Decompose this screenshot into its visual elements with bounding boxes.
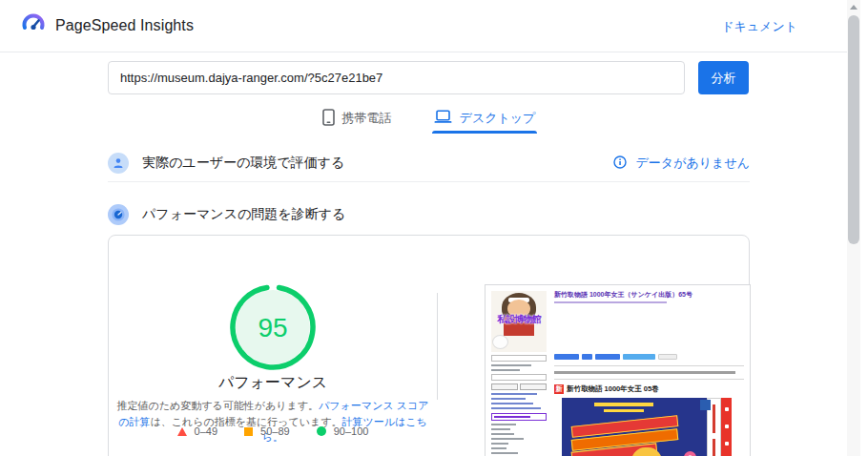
thumb-edge-dot (725, 442, 729, 446)
thumb-divider (554, 365, 744, 366)
thumb-post-subtitle (554, 301, 667, 303)
info-icon (613, 155, 627, 172)
tab-desktop[interactable]: デスクトップ (432, 104, 538, 133)
circle-icon (317, 426, 326, 436)
thumb-post-title: 新竹取物語 1000年女王（サンケイ出版）65号 (554, 291, 744, 300)
documentation-link[interactable]: ドキュメント (721, 18, 797, 35)
thumb-share-button (595, 354, 620, 360)
thumb-share-button (582, 354, 592, 360)
app-title: PageSpeed Insights (55, 17, 194, 34)
page-screenshot-thumbnail[interactable]: 私設博物館 (485, 284, 751, 456)
thumb-nav-link (491, 398, 526, 400)
performance-description: 推定値のため変動する可能性があります。パフォーマンス スコアの計算は、これらの指… (113, 398, 433, 446)
thumb-volume-badge: 6 (684, 451, 696, 456)
legend-fail-range: 0–49 (195, 425, 217, 437)
url-row: 分析 (108, 61, 750, 94)
diagnose-gauge-icon (108, 204, 129, 225)
thumb-nav-link (491, 438, 524, 440)
thumb-share-button (554, 354, 579, 360)
field-data-section: 実際のユーザーの環境で評価する データがありません (108, 145, 750, 182)
analyze-button[interactable]: 分析 (698, 61, 749, 94)
user-environment-icon (108, 153, 129, 174)
score-gauge[interactable]: 95 (229, 283, 317, 371)
legend-item-average: 50–89 (244, 425, 290, 437)
thumb-nav-link (491, 433, 514, 435)
thumb-tags-line (554, 371, 735, 374)
thumb-search-box (491, 374, 547, 381)
device-tabs: 携帯電話 デスクトップ (108, 104, 750, 135)
performance-label: パフォーマンス (109, 373, 437, 393)
diagnose-title: パフォーマンスの問題を診断する (142, 206, 345, 223)
thumb-heading-text: 新竹取物語 1000年女王 05巻 (567, 384, 659, 394)
legend-pass-range: 90–100 (334, 425, 369, 437)
thumb-cover-text (594, 403, 653, 406)
thumb-social-buttons (554, 354, 677, 360)
thumb-sidebar: 私設博物館 (491, 291, 547, 456)
thumb-divider (554, 379, 744, 380)
thumb-nav-link (491, 393, 537, 395)
laptop-icon (434, 110, 452, 127)
thumb-nav-link (491, 424, 516, 425)
thumb-button (491, 383, 518, 390)
diagnose-section: パフォーマンスの問題を診断する (108, 198, 750, 231)
thumb-edge-dot (725, 425, 729, 428)
tab-mobile-label: 携帯電話 (342, 110, 392, 127)
thumb-dropdown (491, 355, 547, 362)
no-data-label: データがありません (636, 155, 750, 172)
vertical-divider (437, 293, 438, 400)
thumb-section-heading: 新 新竹取物語 1000年女王 05巻 (554, 384, 659, 394)
scrollbar[interactable] (847, 0, 860, 456)
tab-active-indicator (432, 131, 538, 134)
logo-wrap[interactable]: PageSpeed Insights (21, 11, 194, 40)
thumb-text-line (491, 364, 531, 366)
desc-text-1: 推定値のため変動する可能性があります。 (117, 400, 320, 411)
thumb-comic-cover: 6 (562, 398, 732, 456)
thumb-spine-text (713, 439, 715, 456)
pagespeed-logo-icon (21, 11, 46, 40)
thumb-cover-text (604, 409, 644, 412)
legend-average-range: 50–89 (260, 425, 290, 437)
thumb-new-badge: 新 (554, 384, 564, 394)
thumb-share-button (623, 354, 655, 360)
thumb-share-button (658, 354, 677, 360)
thumb-corner-badge (700, 400, 711, 410)
thumb-button (520, 383, 547, 390)
page: { "header": { "app_title": "PageSpeed In… (0, 0, 868, 456)
thumb-nav-link (491, 403, 533, 404)
thumb-edge-dot (725, 407, 729, 411)
score-value: 95 (258, 313, 287, 342)
performance-card: 95 パフォーマンス 推定値のため変動する可能性があります。パフォーマンス スコ… (108, 235, 750, 456)
thumb-text-line (491, 369, 520, 371)
thumb-button-row (491, 383, 547, 390)
legend-item-pass: 90–100 (317, 425, 369, 437)
thumb-mascot-cat (492, 335, 508, 349)
scrollbar-thumb[interactable] (848, 15, 859, 244)
header: PageSpeed Insights ドキュメント (0, 0, 847, 52)
thumb-site-logo-text: 私設博物館 (491, 313, 547, 326)
thumb-nav-link (491, 443, 508, 445)
thumb-nav-link (491, 447, 506, 449)
triangle-icon (177, 427, 187, 436)
thumb-spine-text (713, 404, 715, 433)
thumb-nav-link (491, 407, 541, 409)
tab-desktop-label: デスクトップ (460, 110, 536, 127)
legend-item-fail: 0–49 (177, 425, 217, 437)
thumb-cover-edge (721, 398, 732, 456)
thumb-nav-link (491, 452, 518, 454)
tab-mobile[interactable]: 携帯電話 (320, 104, 394, 133)
square-icon (244, 427, 253, 436)
thumb-site-mascot-image: 私設博物館 (491, 291, 547, 352)
thumb-cover-art: 6 (562, 398, 707, 456)
smartphone-icon (322, 109, 335, 129)
scrollbar-up-arrow-icon[interactable] (850, 5, 858, 10)
no-data-link[interactable]: データがありません (613, 155, 750, 172)
field-data-title: 実際のユーザーの環境で評価する (142, 155, 344, 172)
thumb-nav-link (491, 428, 510, 430)
thumb-category-box (491, 413, 547, 421)
url-input[interactable] (108, 61, 685, 94)
score-legend: 0–49 50–89 90–100 (109, 425, 437, 437)
score-half: 95 パフォーマンス 推定値のため変動する可能性があります。パフォーマンス スコ… (109, 236, 437, 456)
thumb-main-content: 新竹取物語 1000年女王（サンケイ出版）65号 新 新竹取物語 1000年女王… (554, 291, 744, 303)
